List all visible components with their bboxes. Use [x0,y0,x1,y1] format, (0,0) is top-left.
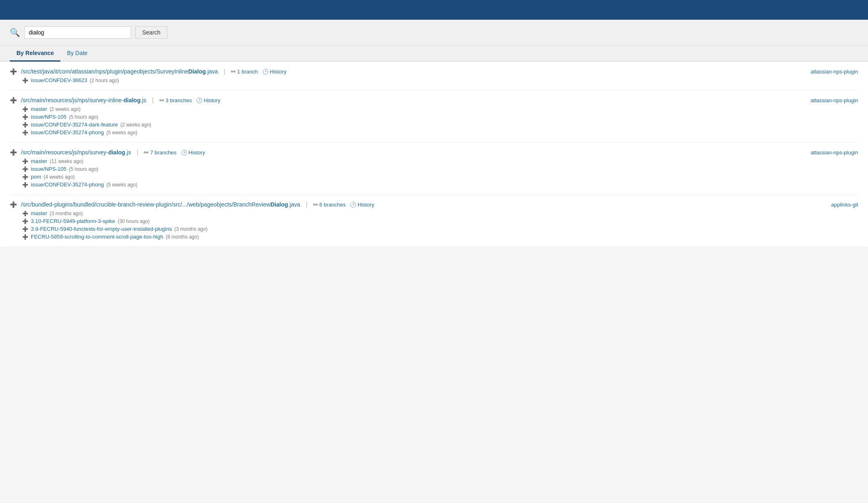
repo-name: atlassian-nps-plugin [810,97,858,103]
branch-list: ➕ issue/CONFDEV-36623 (2 hours ago) [22,77,858,83]
branch-link[interactable]: issue/CONFDEV-35274-phong [31,129,104,136]
branch-list: ➕ master (11 weeks ago) ➕ issue/NPS-105 … [22,158,858,188]
branch-link[interactable]: 3.10-FECRU-5949-platform-3-spike [31,218,115,224]
result-header: ➕ /src/main/resources/js/nps/survey-inli… [10,97,858,103]
branches-count: 3 branches [166,97,192,103]
path-suffix: .js [125,149,131,156]
branch-time: (5 hours ago) [69,166,98,172]
result-item: ➕ /src/main/resources/js/nps/survey-dial… [10,142,858,195]
branch-list: ➕ master (3 months ago) ➕ 3.10-FECRU-594… [22,210,858,240]
branch-expand-icon[interactable]: ➕ [22,234,28,240]
path-suffix: .js [141,97,146,103]
list-item: ➕ issue/CONFDEV-35274-dark-feature (2 we… [22,122,858,128]
branch-expand-icon[interactable]: ➕ [22,166,28,172]
branch-time: (2 hours ago) [90,78,119,83]
history-link[interactable]: 🕑 History [181,149,205,156]
tab-by-date[interactable]: By Date [60,46,94,62]
branch-link[interactable]: issue/CONFDEV-35274-dark-feature [31,122,118,128]
branch-link[interactable]: FECRU-5859-scrolling-to-comment-scroll-p… [31,234,163,240]
branch-info: ⚯ 3 branches [159,97,192,103]
tab-by-relevance[interactable]: By Relevance [10,46,60,62]
file-path-link[interactable]: /src/bundled-plugins/bundled/crucible-br… [21,201,300,208]
search-button[interactable]: Search [135,26,167,39]
branch-icon: ⚯ [313,202,318,208]
branch-expand-icon[interactable]: ➕ [22,218,28,224]
branch-time: (11 weeks ago) [50,158,83,164]
list-item: ➕ issue/CONFDEV-35274-phong (5 weeks ago… [22,129,858,136]
history-link[interactable]: 🕑 History [196,97,220,103]
history-label: History [270,69,286,75]
history-label: History [204,97,220,103]
separator: | [224,68,225,75]
branch-expand-icon[interactable]: ➕ [22,106,28,112]
separator: | [306,201,307,208]
list-item: ➕ issue/NPS-105 (5 hours ago) [22,166,858,172]
branch-link[interactable]: issue/NPS-105 [31,114,67,120]
expand-icon[interactable]: ➕ [10,97,17,103]
history-link[interactable]: 🕑 History [350,202,374,208]
path-highlight: dialog [108,149,125,156]
branch-expand-icon[interactable]: ➕ [22,226,28,232]
branch-link[interactable]: master [31,210,47,216]
history-icon: 🕑 [262,69,269,75]
history-label: History [189,149,205,156]
repo-name: atlassian-nps-plugin [810,69,858,75]
branch-expand-icon[interactable]: ➕ [22,158,28,164]
branch-expand-icon[interactable]: ➕ [22,130,28,136]
branch-link[interactable]: master [31,158,47,164]
path-highlight: dialog [124,97,141,103]
branch-icon: ⚯ [231,69,235,75]
history-link[interactable]: 🕑 History [262,69,286,75]
result-header: ➕ /src/test/java/it/com/atlassian/nps/pl… [10,68,858,75]
branch-expand-icon[interactable]: ➕ [22,174,28,180]
branch-time: (30 hours ago) [118,218,150,224]
branch-link[interactable]: issue/CONFDEV-35274-phong [31,181,104,188]
result-header: ➕ /src/main/resources/js/nps/survey-dial… [10,149,858,156]
branch-link[interactable]: issue/NPS-105 [31,166,67,172]
branch-link[interactable]: pom [31,174,41,180]
expand-icon[interactable]: ➕ [10,201,17,208]
branch-link[interactable]: master [31,106,47,112]
repo-name: atlassian-nps-plugin [810,149,858,156]
file-path-link[interactable]: /src/main/resources/js/nps/survey-inline… [21,97,146,103]
branch-list: ➕ master (2 weeks ago) ➕ issue/NPS-105 (… [22,106,858,136]
branch-info: ⚯ 7 branches [144,149,176,156]
result-item: ➕ /src/test/java/it/com/atlassian/nps/pl… [10,62,858,90]
list-item: ➕ 3.9-FECRU-5940-functests-for-empty-use… [22,226,858,232]
results-list: ➕ /src/test/java/it/com/atlassian/nps/pl… [0,62,868,247]
history-label: History [358,202,374,208]
branch-expand-icon[interactable]: ➕ [22,122,28,128]
branches-count: 1 branch [237,69,258,75]
search-icon: 🔍 [10,28,20,37]
branch-time: (8 months ago) [166,234,199,240]
branch-time: (5 hours ago) [69,114,98,120]
list-item: ➕ issue/NPS-105 (5 hours ago) [22,114,858,120]
history-icon: 🕑 [196,97,203,103]
branch-time: (3 months ago) [50,211,83,216]
search-input[interactable] [24,26,131,39]
file-path-link[interactable]: /src/test/java/it/com/atlassian/nps/plug… [21,68,218,75]
branch-info: ⚯ 1 branch [231,69,258,75]
branch-expand-icon[interactable]: ➕ [22,114,28,120]
branches-count: 7 branches [150,149,176,156]
expand-icon[interactable]: ➕ [10,68,17,75]
branch-expand-icon[interactable]: ➕ [22,182,28,188]
branch-expand-icon[interactable]: ➕ [22,78,28,83]
tabs-bar: By Relevance By Date [0,46,868,62]
branches-count: 6 branches [319,202,346,208]
file-path-link[interactable]: /src/main/resources/js/nps/survey-dialog… [21,149,131,156]
list-item: ➕ master (11 weeks ago) [22,158,858,164]
branch-link[interactable]: issue/CONFDEV-36623 [31,77,87,83]
branch-info: ⚯ 6 branches [313,202,346,208]
list-item: ➕ master (3 months ago) [22,210,858,216]
path-highlight: Dialog [188,68,206,75]
repo-name: applinks-git [831,202,858,208]
branch-expand-icon[interactable]: ➕ [22,211,28,216]
branch-time: (5 weeks ago) [106,130,137,136]
branch-icon: ⚯ [144,149,148,156]
branch-link[interactable]: 3.9-FECRU-5940-functests-for-empty-user-… [31,226,172,232]
result-item: ➕ /src/main/resources/js/nps/survey-inli… [10,90,858,142]
path-prefix: /src/test/java/it/com/atlassian/nps/plug… [21,68,188,75]
expand-icon[interactable]: ➕ [10,149,17,156]
path-highlight: Dialog [270,201,288,208]
